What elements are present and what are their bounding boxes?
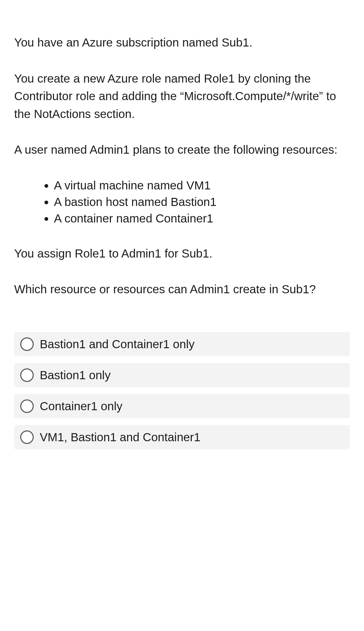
- option-c[interactable]: Container1 only: [14, 394, 350, 418]
- option-b[interactable]: Bastion1 only: [14, 363, 350, 387]
- question-body: You have an Azure subscription named Sub…: [14, 34, 350, 298]
- list-item: A bastion host named Bastion1: [54, 193, 350, 210]
- option-d[interactable]: VM1, Bastion1 and Container1: [14, 425, 350, 449]
- list-item: A virtual machine named VM1: [54, 177, 350, 193]
- radio-icon: [20, 399, 34, 413]
- radio-icon: [20, 430, 34, 444]
- option-label: Bastion1 only: [40, 368, 111, 382]
- list-item: A container named Container1: [54, 210, 350, 227]
- question-paragraph-1: You have an Azure subscription named Sub…: [14, 34, 350, 52]
- question-paragraph-3: A user named Admin1 plans to create the …: [14, 141, 350, 159]
- radio-icon: [20, 337, 34, 351]
- radio-icon: [20, 368, 34, 382]
- question-paragraph-4: You assign Role1 to Admin1 for Sub1.: [14, 245, 350, 263]
- answer-options: Bastion1 and Container1 only Bastion1 on…: [14, 332, 350, 449]
- option-a[interactable]: Bastion1 and Container1 only: [14, 332, 350, 356]
- option-label: VM1, Bastion1 and Container1: [40, 430, 201, 444]
- option-label: Bastion1 and Container1 only: [40, 337, 194, 351]
- option-label: Container1 only: [40, 399, 122, 413]
- question-bullet-list: A virtual machine named VM1 A bastion ho…: [14, 177, 350, 227]
- question-paragraph-2: You create a new Azure role named Role1 …: [14, 70, 350, 123]
- question-paragraph-5: Which resource or resources can Admin1 c…: [14, 280, 350, 298]
